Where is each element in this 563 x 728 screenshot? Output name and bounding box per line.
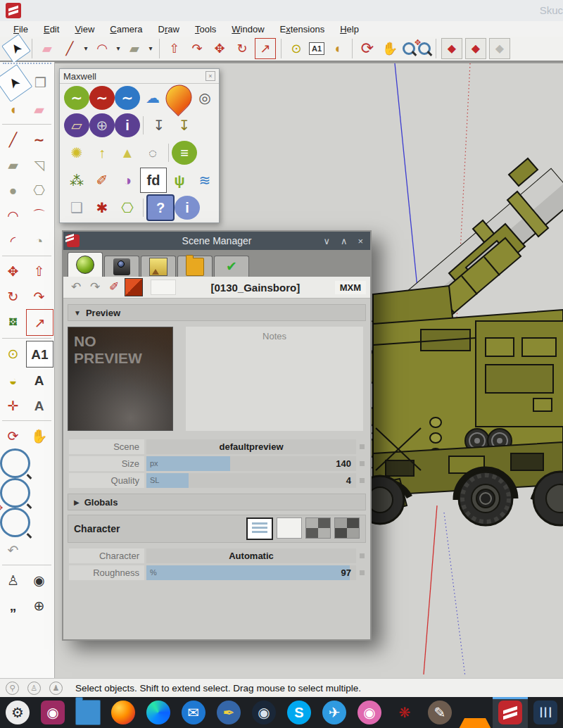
push-pull-tool-icon[interactable]: ⇧ [26,258,52,284]
taskbar-icon-sketchup[interactable] [493,697,528,728]
rectangle-tool-icon[interactable]: ▰ [0,152,26,177]
pie-tool-icon[interactable]: ◔ [26,228,52,253]
scatter-icon[interactable]: ⁂ [64,168,89,192]
pan-tool-icon[interactable]: ✋ [380,39,400,58]
tab-material-icon[interactable] [76,256,94,274]
help-button[interactable]: ? [146,194,175,221]
taskbar-icon-kubuntu[interactable]: ⚙ [0,697,35,728]
line-tool-icon[interactable]: ╱ [0,127,26,152]
close-icon[interactable]: × [205,71,215,81]
eyedropper-icon[interactable]: ✐ [106,278,122,295]
text-tool-icon[interactable]: A [26,368,52,393]
paint-bucket-tool-icon[interactable]: ◖ [0,96,26,122]
mxm-gallery-icon[interactable]: ⊕ [89,113,115,137]
menu-window[interactable]: Window [224,24,272,34]
menu-tools[interactable]: Tools [187,24,224,34]
mxm-info-icon[interactable]: i [115,113,140,137]
cloud-render-icon[interactable]: ☁ [140,86,165,110]
maxwell-export-icon[interactable]: ◆ [489,38,510,59]
taskbar-icon-pink-eye[interactable]: ◉ [352,697,387,728]
tape-measure-tool-icon[interactable]: ⊙ [286,39,306,58]
tape-measure-tool-icon[interactable]: ⊙ [0,341,26,366]
picker-icon[interactable]: ✐ [89,168,115,192]
select-tool-icon[interactable]: ➤ [1,34,31,63]
rotated-rectangle-tool-icon[interactable]: ◹ [26,152,52,177]
network-render-icon[interactable]: ◎ [192,86,217,110]
eraser-tool-icon[interactable]: ▰ [37,39,57,58]
taskbar-icon-bird[interactable]: ✈ [317,697,352,728]
tab-files[interactable] [177,256,213,277]
color-wheel-icon[interactable]: ◑ [115,168,140,192]
tab-environment[interactable] [141,256,176,277]
rotate-tool-icon[interactable]: ↻ [232,39,252,58]
follow-me-tool-icon[interactable]: ↷ [26,284,52,309]
dropdown-arrow-icon[interactable]: ▾ [82,39,89,58]
tab-material[interactable] [68,252,103,277]
redo-icon[interactable]: ↷ [87,278,103,295]
character-checker-mode-button[interactable] [305,517,331,539]
material-color-swatch[interactable] [151,280,176,295]
taskbar-icon-firefox[interactable] [106,697,141,728]
material-cube-icon[interactable] [125,278,143,296]
tab-files-icon[interactable] [186,258,204,276]
arc-tool-icon[interactable]: ◠ [0,203,26,228]
protractor-tool-icon[interactable]: ◒ [0,368,26,393]
zoom-extents-tool-icon[interactable] [0,508,30,537]
quality-lock-box[interactable] [360,478,365,483]
walk-tool-icon[interactable]: „ [0,593,26,618]
grass-icon[interactable]: ψ [167,168,192,192]
look-around-tool-icon[interactable]: ◉ [26,567,52,593]
arc-tool-icon[interactable]: ◠ [92,39,112,58]
open-mxm-folder-icon[interactable]: ▱ [64,113,89,137]
export-stand-icon[interactable]: ↧ [146,113,172,137]
spotlight-icon[interactable]: ↑ [89,141,115,165]
zoom-tool-icon[interactable] [403,42,415,55]
maxwell-preview-icon[interactable]: ∼ [115,86,140,110]
scene-lock-box[interactable] [360,444,365,449]
rectangle-tool-icon[interactable]: ▰ [125,39,144,58]
menu-extensions[interactable]: Extensions [272,24,333,34]
tab-camera[interactable] [104,256,139,277]
dimension-tool-icon[interactable]: A1 [309,42,324,55]
preview-section-header[interactable]: ▼ Preview [68,304,366,321]
tab-camera-icon[interactable] [113,258,130,275]
taskbar-icon-edge[interactable] [141,697,176,728]
polygon-tool-icon[interactable]: ⎔ [26,177,52,203]
instance-box-icon[interactable]: ⎔ [115,196,140,220]
character-value-field[interactable]: Automatic [146,548,356,563]
sea-icon[interactable]: ≋ [192,168,217,192]
tab-checks-icon[interactable]: ✔ [223,258,240,275]
character-blank-mode-button[interactable] [277,517,302,539]
maxwell-render-icon[interactable]: ◆ [441,38,462,59]
turn-around-tool-icon[interactable]: ⊕ [26,593,52,618]
freehand-tool-icon[interactable]: ∼ [26,127,52,152]
maxwell-fire-render-icon[interactable]: ◆ [465,38,486,59]
taskbar-icon-gimp[interactable]: ✎ [422,697,457,728]
physical-sky-pin-icon[interactable]: ◌ [140,141,165,165]
zoom-extents-tool-icon[interactable] [418,42,431,55]
three-point-arc-tool-icon[interactable]: ◜ [0,228,26,253]
size-slider[interactable]: px140 [146,456,356,471]
menu-view[interactable]: View [67,24,102,34]
dropdown-arrow-icon[interactable]: ▾ [147,39,154,58]
move-tool-icon[interactable]: ✥ [210,39,229,58]
taskbar-icon-skype[interactable]: S [282,697,317,728]
expand-icon[interactable]: ∧ [341,236,348,246]
make-component-tool-icon[interactable]: ❒ [27,70,53,95]
orbit-tool-icon[interactable]: ⟳ [0,423,26,448]
projector-icon[interactable]: ▲ [115,141,140,165]
previous-view-tool-icon[interactable]: ↶ [0,537,26,563]
roughness-lock-box[interactable] [360,570,365,575]
dropdown-arrow-icon[interactable]: ▾ [115,39,122,58]
volumetric-icon[interactable]: ✱ [89,196,115,220]
taskbar-icon-screenshot[interactable]: ◉ [35,697,70,728]
geolocation-icon[interactable]: ⚲ [6,682,19,695]
zoom-window-tool-icon[interactable] [0,478,30,508]
about-button[interactable]: i [175,196,200,220]
taskbar-icon-steam[interactable]: ◉ [246,697,282,728]
roughness-slider[interactable]: %97 [146,565,356,580]
taskbar-icon-thunderbird[interactable]: ✉ [176,697,211,728]
quality-slider[interactable]: SL4 [146,473,356,488]
sign-in-icon[interactable]: ♟ [49,682,63,695]
taskbar-icon-striped-app[interactable]: ☰ [528,697,563,728]
